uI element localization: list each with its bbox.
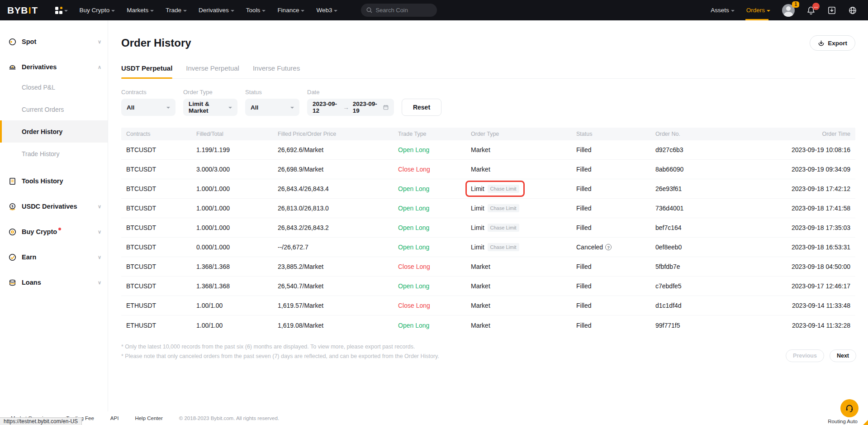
cell-order-no: 736d4001	[655, 205, 764, 212]
cell-status: Filled?	[576, 322, 655, 329]
table-row: BTCUSDT 1.368/1.368 26,540.7/Market Open…	[121, 277, 855, 296]
footer-link-help-center[interactable]: Help Center	[135, 415, 162, 421]
date-to[interactable]: 2023-09-19	[353, 100, 379, 114]
sidebar-item-usdc-derivatives[interactable]: $ USDC Derivatives ∨	[0, 197, 108, 215]
cell-trade-type: Close Long	[398, 302, 471, 309]
nav-finance[interactable]: Finance	[277, 7, 304, 14]
cell-filled-price: 23,885.2/Market	[278, 263, 398, 270]
next-page-button[interactable]: Next	[830, 349, 856, 362]
chevron-down-icon	[262, 10, 266, 12]
cell-filled-total: 3.000/3.000	[196, 166, 278, 173]
cell-order-time: 2023-09-19 09:34:09	[764, 166, 850, 173]
nav-buy-crypto[interactable]: Buy Crypto	[80, 7, 115, 14]
cell-filled-price: 26,698.9/Market	[278, 166, 398, 173]
footnote-2: * Please note that only canceled orders …	[121, 352, 855, 361]
nav-derivatives[interactable]: Derivatives	[199, 7, 234, 14]
chevron-down-icon	[64, 10, 68, 12]
sidebar-item-trade-history[interactable]: Trade History	[0, 143, 108, 165]
previous-page-button[interactable]: Previous	[786, 349, 824, 362]
order-type-filter-label: Order Type	[183, 89, 237, 96]
cell-order-type: LimitChase Limit	[471, 185, 576, 193]
search-input[interactable]	[375, 7, 425, 14]
tab-inverse-perpetual[interactable]: Inverse Perpetual	[186, 64, 239, 78]
nav-markets[interactable]: Markets	[127, 7, 154, 14]
sidebar-item-closed-pnl[interactable]: Closed P&L	[0, 76, 108, 98]
sidebar-item-derivatives[interactable]: Derivatives ∧	[0, 58, 108, 76]
cell-order-type: Market	[471, 263, 576, 270]
cell-contracts: BTCUSDT	[126, 166, 196, 173]
info-icon[interactable]: ?	[605, 244, 612, 250]
date-from[interactable]: 2023-09-12	[313, 100, 339, 114]
svg-text:$: $	[11, 205, 13, 208]
cell-trade-type: Close Long	[398, 263, 471, 270]
nav-web3[interactable]: Web3	[316, 7, 337, 14]
nav-orders[interactable]: Orders	[746, 0, 770, 20]
nav-trade[interactable]: Trade	[166, 7, 187, 14]
sidebar-item-earn[interactable]: Earn ∨	[0, 248, 108, 266]
nav-tools[interactable]: Tools	[246, 7, 266, 14]
sidebar-item-current-orders[interactable]: Current Orders	[0, 98, 108, 120]
tab-usdt-perpetual[interactable]: USDT Perpetual	[121, 64, 172, 78]
footer-link-api[interactable]: API	[110, 415, 119, 421]
chevron-down-icon[interactable]: ∨	[98, 204, 101, 210]
chevron-up-icon[interactable]: ∧	[98, 64, 101, 70]
language-globe-icon[interactable]	[848, 6, 857, 15]
cell-trade-type: Open Long	[398, 244, 471, 251]
notifications-button[interactable]: …	[806, 6, 816, 15]
coin-search[interactable]	[361, 4, 437, 17]
chevron-down-icon[interactable]: ∨	[98, 254, 101, 260]
cell-trade-type: Open Long	[398, 205, 471, 212]
cell-order-type: Market	[471, 302, 576, 309]
download-app-icon[interactable]	[827, 6, 836, 15]
contracts-select[interactable]: All	[121, 99, 175, 116]
table-row: BTCUSDT 0.000/1.000 --/26,672.7 Open Lon…	[121, 238, 855, 257]
routing-status-label: Routing Auto	[828, 419, 858, 424]
cell-filled-total: 0.000/1.000	[196, 244, 278, 251]
sidebar-item-buy-crypto[interactable]: Buy Crypto ∨	[0, 223, 108, 241]
chevron-down-icon[interactable]: ∨	[98, 280, 101, 286]
account-avatar[interactable]: 1	[782, 4, 795, 17]
sidebar-item-tools-history[interactable]: Tools History	[0, 172, 108, 190]
cell-filled-total: 1.368/1.368	[196, 263, 278, 270]
chevron-down-icon	[231, 10, 234, 12]
cell-contracts: BTCUSDT	[126, 244, 196, 251]
cell-order-type: Market	[471, 166, 576, 173]
apps-menu-button[interactable]	[50, 7, 68, 14]
date-range-picker[interactable]: 2023-09-12 → 2023-09-19	[307, 99, 394, 116]
nav-assets[interactable]: Assets	[711, 7, 735, 14]
sidebar-item-order-history[interactable]: Order History	[0, 120, 108, 143]
table-row: ETHUSDT 1.00/1.00 1,619.57/Market Close …	[121, 296, 855, 315]
cell-filled-price: 26,843.2/26,843.2	[278, 224, 398, 231]
order-type-select[interactable]: Limit & Market	[183, 99, 237, 116]
chevron-down-icon	[111, 10, 115, 12]
cell-filled-total: 1.000/1.000	[196, 224, 278, 231]
chevron-down-icon	[166, 107, 170, 109]
calendar-icon	[383, 104, 389, 110]
cell-order-no: d1c1df4d	[655, 302, 764, 309]
pagination: Previous Next	[786, 349, 856, 362]
chevron-down-icon[interactable]: ∨	[98, 39, 101, 45]
cell-order-time: 2023-09-18 17:35:03	[764, 224, 850, 231]
cell-contracts: BTCUSDT	[126, 263, 196, 270]
cell-filled-price: 26,540.7/Market	[278, 282, 398, 290]
search-icon	[366, 7, 372, 13]
reset-button[interactable]: Reset	[402, 99, 441, 116]
sidebar-item-spot[interactable]: Spot ∨	[0, 33, 108, 51]
chevron-down-icon[interactable]: ∨	[98, 229, 101, 235]
cell-order-no: 26e93f61	[655, 185, 764, 192]
chevron-down-icon	[767, 10, 770, 12]
tools-history-icon	[8, 177, 17, 186]
tab-inverse-futures[interactable]: Inverse Futures	[253, 64, 300, 78]
chase-limit-tag: Chase Limit	[488, 224, 519, 232]
col-header-order-time: Order Time	[764, 131, 850, 137]
export-button[interactable]: Export	[810, 35, 855, 51]
status-select[interactable]: All	[245, 99, 299, 116]
sidebar-item-loans[interactable]: Loans ∨	[0, 273, 108, 291]
footnote-1: * Only the latest 10,000 records from th…	[121, 342, 855, 352]
col-header-status: Status	[576, 131, 655, 137]
cell-contracts: BTCUSDT	[126, 205, 196, 212]
bybit-logo[interactable]: BYBIT	[7, 5, 38, 16]
support-chat-button[interactable]	[840, 399, 859, 417]
cell-trade-type: Open Long	[398, 282, 471, 290]
cell-order-no: 5fbfdb7e	[655, 263, 764, 270]
